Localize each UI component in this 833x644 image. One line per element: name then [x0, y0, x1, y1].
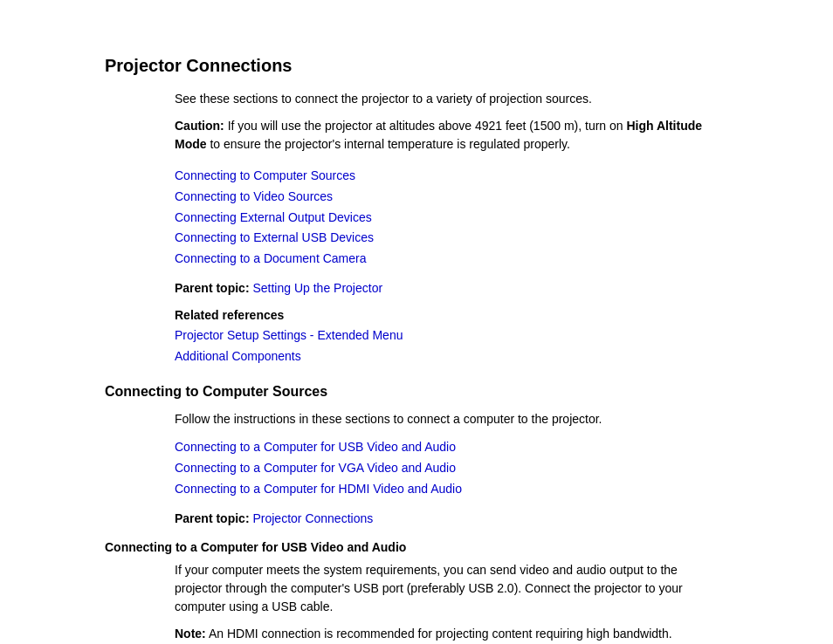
- parent-topic-link-2[interactable]: Projector Connections: [252, 511, 373, 525]
- parent-topic-computer: Parent topic: Projector Connections: [175, 509, 728, 530]
- note-paragraph: Note: An HDMI connection is recommended …: [175, 625, 728, 643]
- link-hdmi-video-audio[interactable]: Connecting to a Computer for HDMI Video …: [175, 479, 728, 500]
- parent-topic-label-2: Parent topic:: [175, 511, 250, 525]
- link-vga-video-audio[interactable]: Connecting to a Computer for VGA Video a…: [175, 458, 728, 479]
- link-usb-video-audio[interactable]: Connecting to a Computer for USB Video a…: [175, 437, 728, 458]
- usb-video-body: If your computer meets the system requir…: [175, 561, 728, 616]
- link-connecting-computer-sources[interactable]: Connecting to Computer Sources: [175, 166, 728, 187]
- connecting-computer-links: Connecting to a Computer for USB Video a…: [175, 437, 728, 499]
- link-connecting-video-sources[interactable]: Connecting to Video Sources: [175, 187, 728, 208]
- note-label: Note:: [175, 627, 206, 641]
- related-references-label: Related references: [175, 308, 728, 322]
- parent-topic-projector: Parent topic: Setting Up the Projector: [175, 278, 728, 299]
- projector-connections-intro: See these sections to connect the projec…: [175, 90, 728, 108]
- note-text: An HDMI connection is recommended for pr…: [206, 627, 672, 641]
- page-container: Projector Connections See these sections…: [0, 0, 833, 644]
- caution-text2: to ensure the projector's internal tempe…: [207, 137, 570, 151]
- connecting-computer-heading: Connecting to Computer Sources: [105, 384, 728, 400]
- caution-label: Caution:: [175, 119, 224, 133]
- usb-video-audio-heading: Connecting to a Computer for USB Video a…: [105, 540, 728, 554]
- projector-connections-heading: Projector Connections: [105, 56, 728, 76]
- link-connecting-document-camera[interactable]: Connecting to a Document Camera: [175, 249, 728, 270]
- link-connecting-external-output[interactable]: Connecting External Output Devices: [175, 208, 728, 229]
- projector-connections-links: Connecting to Computer Sources Connectin…: [175, 166, 728, 270]
- parent-topic-label-1: Parent topic:: [175, 281, 250, 295]
- link-connecting-external-usb[interactable]: Connecting to External USB Devices: [175, 228, 728, 249]
- caution-paragraph: Caution: If you will use the projector a…: [175, 117, 728, 154]
- link-projector-setup-settings[interactable]: Projector Setup Settings - Extended Menu: [175, 325, 728, 346]
- link-additional-components[interactable]: Additional Components: [175, 346, 728, 367]
- parent-topic-link-1[interactable]: Setting Up the Projector: [252, 281, 382, 295]
- caution-text1: If you will use the projector at altitud…: [224, 119, 627, 133]
- connecting-computer-intro: Follow the instructions in these section…: [175, 410, 728, 428]
